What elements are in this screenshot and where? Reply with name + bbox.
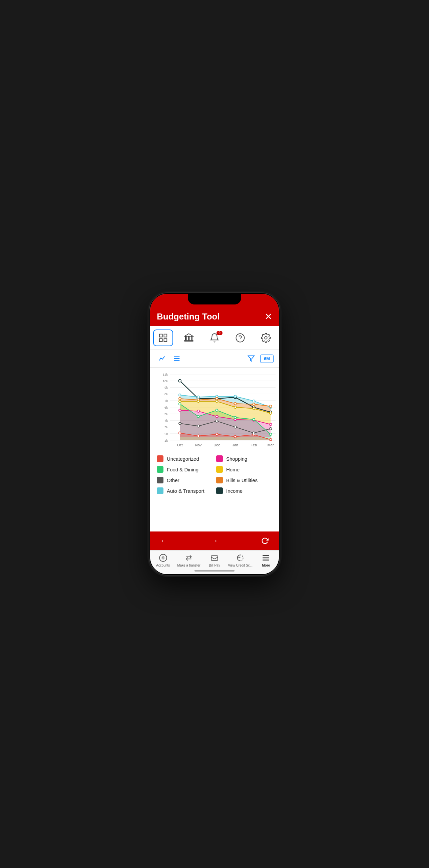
forward-button[interactable]: →: [208, 535, 221, 547]
svg-point-11: [265, 337, 268, 339]
more-icon: [261, 553, 270, 562]
legend-color-bills: [216, 477, 223, 484]
tab-accounts-label: Accounts: [156, 563, 170, 567]
svg-point-51: [178, 380, 181, 382]
svg-point-93: [179, 422, 181, 425]
bottom-nav-red: ← →: [150, 531, 279, 550]
filter-button[interactable]: [246, 353, 256, 364]
svg-text:2k: 2k: [164, 432, 168, 436]
credit-icon: [235, 553, 245, 562]
accounts-icon: $: [159, 553, 168, 562]
phone-inner: Budgeting Tool ✕: [150, 294, 279, 574]
bell-icon-button[interactable]: 9: [204, 330, 225, 346]
svg-point-66: [234, 402, 236, 405]
legend-label-bills: Bills & Utilities: [226, 477, 258, 483]
svg-text:6k: 6k: [164, 406, 168, 409]
svg-point-57: [179, 394, 181, 396]
help-icon-button[interactable]: [230, 330, 250, 346]
tab-more-label: More: [262, 563, 270, 567]
legend-item: Auto & Transport: [157, 488, 213, 494]
svg-point-63: [179, 398, 181, 400]
legend-color-other: [157, 477, 163, 484]
tab-credit[interactable]: View Credit Sc...: [228, 553, 253, 567]
svg-point-80: [269, 423, 272, 426]
home-bar: [195, 570, 234, 571]
svg-point-68: [269, 405, 272, 407]
svg-point-97: [253, 432, 255, 434]
notch: [188, 293, 241, 305]
chart-legend: Uncategorized Shopping Food & Dining Hom…: [150, 450, 279, 499]
svg-text:9k: 9k: [164, 385, 168, 389]
svg-text:$: $: [162, 556, 164, 560]
transfer-icon: [184, 553, 194, 562]
svg-point-89: [216, 433, 218, 435]
list-view-button[interactable]: [170, 352, 184, 365]
back-button[interactable]: ←: [158, 535, 170, 547]
svg-text:7k: 7k: [164, 399, 168, 403]
settings-icon-button[interactable]: [256, 330, 276, 346]
svg-text:5k: 5k: [164, 412, 168, 416]
legend-item: Uncategorized: [157, 455, 213, 462]
tab-accounts[interactable]: $ Accounts: [150, 553, 176, 567]
close-button[interactable]: ✕: [265, 311, 272, 322]
legend-color-uncategorized: [157, 455, 163, 462]
tab-billpay[interactable]: Bill Pay: [201, 553, 227, 567]
legend-item: Food & Dining: [157, 466, 213, 473]
svg-point-84: [234, 416, 236, 418]
legend-color-food: [157, 466, 163, 473]
svg-rect-6: [189, 336, 190, 341]
legend-label-shopping: Shopping: [226, 456, 247, 462]
svg-text:3k: 3k: [164, 425, 168, 429]
notification-badge: 9: [217, 331, 223, 335]
svg-point-95: [216, 420, 218, 422]
legend-color-auto: [157, 488, 163, 494]
bank-icon-button[interactable]: [179, 330, 199, 346]
svg-text:Dec: Dec: [213, 443, 220, 447]
bottom-tabs: $ Accounts Make a transfer: [150, 550, 279, 568]
svg-point-73: [253, 407, 255, 410]
svg-point-72: [234, 406, 236, 408]
legend-item: Income: [216, 488, 272, 494]
tab-more[interactable]: More: [253, 553, 279, 567]
app-header: Budgeting Tool ✕: [150, 308, 279, 326]
svg-point-67: [253, 403, 255, 405]
main-content: 11k 10k 9k 8k 7k 6k 5k 4k 3k 2k 1k Oct: [150, 368, 279, 531]
svg-point-58: [197, 396, 199, 398]
legend-color-home: [216, 466, 223, 473]
svg-point-90: [234, 435, 236, 438]
svg-rect-3: [164, 339, 167, 342]
svg-text:Nov: Nov: [195, 443, 202, 447]
svg-point-82: [197, 415, 199, 417]
svg-rect-7: [191, 336, 192, 341]
svg-point-76: [197, 410, 199, 412]
refresh-button[interactable]: [259, 535, 271, 547]
phone-frame: Budgeting Tool ✕: [150, 293, 279, 575]
svg-point-70: [197, 400, 199, 403]
time-period-button[interactable]: 6M: [260, 354, 273, 363]
tab-billpay-label: Bill Pay: [209, 563, 220, 567]
svg-point-60: [234, 395, 236, 398]
tab-credit-label: View Credit Sc...: [228, 563, 253, 567]
svg-point-81: [179, 403, 181, 405]
view-toggle: [156, 352, 184, 365]
svg-point-75: [179, 409, 181, 411]
legend-item: Bills & Utilities: [216, 477, 272, 484]
svg-point-92: [269, 438, 272, 441]
svg-point-88: [197, 435, 199, 437]
tab-transfer[interactable]: Make a transfer: [176, 553, 201, 567]
grid-icon-button[interactable]: [153, 330, 173, 346]
app-title: Budgeting Tool: [157, 311, 220, 322]
svg-rect-1: [164, 334, 167, 337]
line-chart-view-button[interactable]: [156, 352, 169, 365]
svg-text:4k: 4k: [164, 418, 168, 422]
svg-marker-4: [185, 334, 193, 337]
svg-rect-5: [186, 336, 187, 341]
svg-text:10k: 10k: [163, 379, 168, 383]
svg-point-65: [216, 398, 218, 400]
svg-point-74: [269, 412, 272, 414]
svg-rect-0: [159, 334, 162, 337]
svg-point-69: [179, 400, 181, 403]
svg-point-83: [216, 409, 218, 411]
svg-text:8k: 8k: [164, 392, 168, 396]
legend-item: Other: [157, 477, 213, 484]
